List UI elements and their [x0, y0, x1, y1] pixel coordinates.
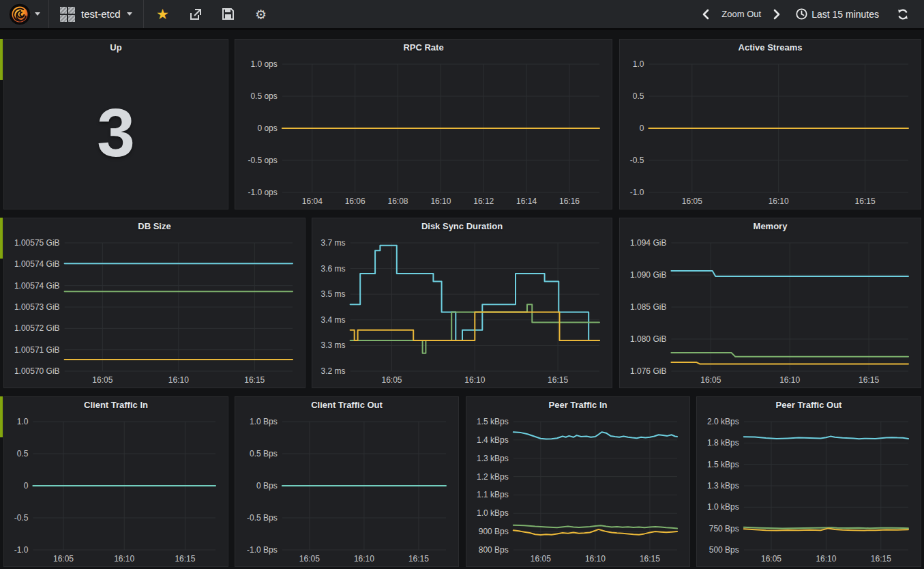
svg-text:16:15: 16:15 — [548, 375, 568, 385]
zoom-out-button[interactable]: Zoom Out — [715, 9, 768, 19]
panel-title[interactable]: Client Traffic In — [4, 397, 228, 413]
peer-traffic-in-chart[interactable]: 1.5 kBps1.4 kBps1.3 kBps1.2 kBps1.1 kBps… — [468, 413, 688, 565]
time-shift-forward-button[interactable] — [768, 9, 786, 20]
svg-text:16:15: 16:15 — [244, 375, 265, 385]
disk-sync-duration-chart[interactable]: 3.7 ms3.6 ms3.5 ms3.4 ms3.3 ms3.2 ms16:0… — [314, 235, 610, 386]
svg-text:750 Bps: 750 Bps — [709, 524, 739, 534]
svg-text:0.5 Bps: 0.5 Bps — [250, 449, 278, 458]
dashboard-picker[interactable]: test-etcd — [49, 0, 144, 28]
dashboard-title: test-etcd — [81, 8, 121, 20]
time-range-picker[interactable]: Last 15 minutes — [786, 8, 889, 20]
panel-title[interactable]: Memory — [620, 218, 921, 235]
svg-text:0 ops: 0 ops — [257, 123, 277, 133]
panel-title[interactable]: Client Traffic Out — [235, 397, 458, 413]
svg-text:16:10: 16:10 — [114, 554, 134, 564]
svg-text:1.00574 GiB: 1.00574 GiB — [14, 281, 60, 291]
panel-disk-sync-duration: Disk Sync Duration 3.7 ms3.6 ms3.5 ms3.4… — [312, 218, 612, 388]
save-icon — [222, 8, 235, 20]
save-dashboard-button[interactable] — [215, 0, 242, 29]
svg-text:16:15: 16:15 — [175, 554, 195, 564]
chevron-down-icon — [35, 12, 40, 16]
svg-text:16:14: 16:14 — [516, 196, 537, 206]
panel-title[interactable]: DB Size — [4, 218, 305, 235]
svg-text:-0.5 Bps: -0.5 Bps — [247, 513, 278, 523]
svg-text:1.0 ops: 1.0 ops — [250, 59, 277, 69]
memory-chart[interactable]: 1.094 GiB1.090 GiB1.085 GiB1.080 GiB1.07… — [621, 235, 919, 386]
svg-text:1.00570 GiB: 1.00570 GiB — [14, 366, 60, 376]
svg-text:16:10: 16:10 — [168, 375, 189, 385]
svg-text:-1.0: -1.0 — [14, 545, 29, 555]
svg-text:16:06: 16:06 — [345, 196, 366, 206]
svg-text:-0.5: -0.5 — [630, 156, 644, 165]
singlestat-value: 3 — [97, 93, 135, 172]
svg-text:1.0 Bps: 1.0 Bps — [250, 417, 278, 426]
panel-client-traffic-in: Client Traffic In 1.00.50-0.5-1.016:0516… — [3, 396, 228, 567]
svg-text:-0.5 ops: -0.5 ops — [248, 156, 277, 165]
svg-text:1.080 GiB: 1.080 GiB — [630, 334, 666, 344]
svg-text:16:05: 16:05 — [53, 554, 74, 564]
svg-text:16:10: 16:10 — [354, 554, 374, 564]
svg-text:16:05: 16:05 — [531, 554, 551, 564]
share-icon — [189, 8, 203, 21]
panel-title[interactable]: Disk Sync Duration — [312, 218, 612, 235]
row-toggle-strip[interactable] — [0, 39, 3, 80]
db-size-chart[interactable]: 1.00575 GiB1.00574 GiB1.00574 GiB1.00573… — [5, 235, 303, 386]
svg-text:-1.0: -1.0 — [630, 188, 644, 197]
panel-up: Up 3 — [3, 39, 228, 209]
svg-text:1.090 GiB: 1.090 GiB — [630, 270, 666, 280]
svg-text:3.2 ms: 3.2 ms — [321, 366, 346, 376]
svg-text:16:15: 16:15 — [408, 554, 429, 564]
time-shift-back-button[interactable] — [696, 9, 715, 20]
svg-text:16:15: 16:15 — [871, 554, 891, 564]
svg-text:16:12: 16:12 — [473, 196, 494, 206]
svg-text:0: 0 — [640, 123, 644, 133]
svg-text:3.5 ms: 3.5 ms — [321, 289, 346, 299]
panel-title[interactable]: RPC Rate — [235, 40, 612, 56]
star-dashboard-button[interactable]: ★ — [149, 0, 177, 29]
share-dashboard-button[interactable] — [182, 0, 209, 29]
refresh-button[interactable] — [889, 8, 917, 20]
svg-text:1.0 kBps: 1.0 kBps — [477, 508, 509, 518]
svg-text:2.0 kBps: 2.0 kBps — [707, 417, 739, 426]
singlestat-value-container[interactable]: 3 — [4, 56, 228, 209]
svg-text:1.5 kBps: 1.5 kBps — [707, 460, 739, 469]
panel-title[interactable]: Peer Traffic In — [466, 397, 689, 413]
panel-peer-traffic-in: Peer Traffic In 1.5 kBps1.4 kBps1.3 kBps… — [466, 396, 690, 567]
svg-text:1.0: 1.0 — [17, 417, 29, 426]
svg-text:0.5: 0.5 — [633, 91, 644, 101]
svg-text:1.2 kBps: 1.2 kBps — [477, 472, 509, 482]
svg-text:16:05: 16:05 — [381, 375, 402, 385]
svg-text:1.4 kBps: 1.4 kBps — [477, 435, 509, 445]
svg-text:1.0: 1.0 — [633, 59, 644, 69]
active-streams-chart[interactable]: 1.00.50-0.5-1.016:0516:1016:15 — [621, 56, 919, 207]
row-toggle-strip[interactable] — [0, 396, 3, 437]
svg-text:900 Bps: 900 Bps — [479, 527, 509, 536]
navbar: test-etcd ★ — [0, 0, 924, 30]
chevron-down-icon — [127, 12, 132, 16]
svg-text:1.00571 GiB: 1.00571 GiB — [14, 345, 60, 355]
main-menu-button[interactable] — [0, 0, 49, 28]
client-traffic-in-chart[interactable]: 1.00.50-0.5-1.016:0516:1016:15 — [5, 413, 226, 565]
clock-icon — [796, 8, 807, 20]
svg-text:1.094 GiB: 1.094 GiB — [630, 238, 666, 248]
svg-text:1.3 kBps: 1.3 kBps — [707, 481, 739, 491]
panel-client-traffic-out: Client Traffic Out 1.0 Bps0.5 Bps0 Bps-0… — [235, 396, 459, 567]
rpc-rate-chart[interactable]: 1.0 ops0.5 ops0 ops-0.5 ops-1.0 ops16:04… — [237, 56, 610, 207]
panel-title[interactable]: Up — [4, 40, 228, 56]
chevron-right-icon — [773, 9, 781, 20]
svg-text:16:05: 16:05 — [682, 196, 702, 206]
client-traffic-out-chart[interactable]: 1.0 Bps0.5 Bps0 Bps-0.5 Bps-1.0 Bps16:05… — [237, 413, 457, 565]
svg-text:16:16: 16:16 — [559, 196, 580, 206]
panel-title[interactable]: Active Streams — [620, 40, 921, 56]
svg-text:0.5: 0.5 — [17, 449, 29, 458]
dashboard-settings-button[interactable]: ⚙ — [248, 0, 275, 29]
svg-text:3.7 ms: 3.7 ms — [321, 238, 346, 248]
peer-traffic-out-chart[interactable]: 2.0 kBps1.8 kBps1.5 kBps1.3 kBps1.0 kBps… — [698, 413, 919, 565]
svg-text:16:10: 16:10 — [585, 554, 606, 564]
svg-text:3.6 ms: 3.6 ms — [321, 264, 346, 274]
panel-title[interactable]: Peer Traffic Out — [697, 397, 921, 413]
svg-text:16:10: 16:10 — [430, 196, 451, 206]
svg-text:1.00573 GiB: 1.00573 GiB — [14, 302, 60, 312]
svg-text:0 Bps: 0 Bps — [256, 481, 278, 491]
row-toggle-strip[interactable] — [0, 218, 3, 259]
